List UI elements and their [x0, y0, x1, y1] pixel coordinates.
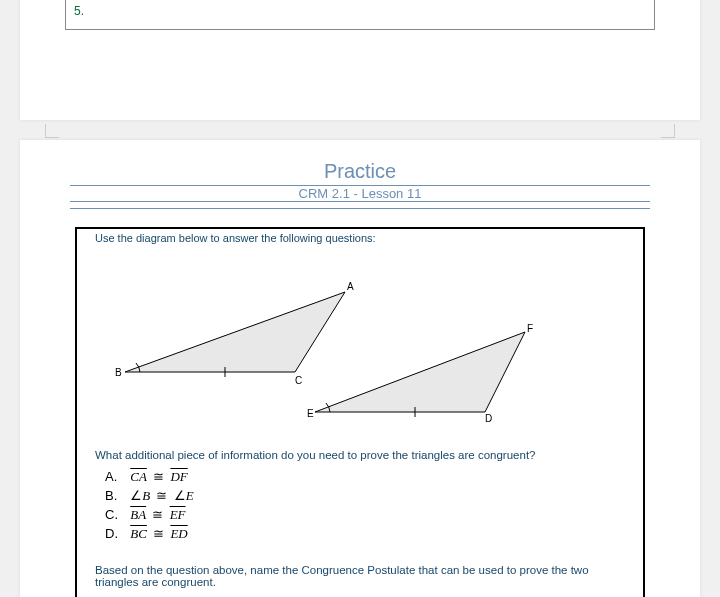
practice-heading: Practice: [20, 160, 700, 185]
page-corner-br: [661, 124, 675, 138]
choice-d-rhs: ED: [170, 526, 187, 541]
choice-c-letter: C.: [105, 507, 127, 522]
svg-marker-2: [315, 332, 525, 412]
angle-icon: [130, 488, 142, 503]
vertex-a-label: A: [347, 281, 354, 292]
congruent-icon: ≅: [150, 469, 167, 484]
vertex-b-label: B: [115, 367, 122, 378]
svg-marker-0: [125, 292, 345, 372]
choice-b[interactable]: B. B ≅ E: [105, 488, 625, 504]
choice-c-lhs: BA: [130, 507, 146, 522]
divider: [70, 208, 650, 209]
question-1-text: What additional piece of information do …: [95, 449, 625, 461]
worksheet-box: Use the diagram below to answer the foll…: [75, 227, 645, 597]
choice-d-lhs: BC: [130, 526, 147, 541]
choice-c-rhs: EF: [170, 507, 186, 522]
vertex-c-label: C: [295, 375, 302, 386]
choice-b-rhs: E: [186, 488, 194, 503]
choice-a-letter: A.: [105, 469, 127, 484]
choice-a-rhs: DF: [170, 469, 187, 484]
choice-d[interactable]: D. BC ≅ ED: [105, 526, 625, 542]
previous-item-number: 5.: [74, 4, 84, 18]
choice-a[interactable]: A. CA ≅ DF: [105, 469, 625, 485]
angle-icon: [174, 488, 186, 503]
congruent-icon: ≅: [150, 526, 167, 541]
choice-b-lhs: B: [142, 488, 150, 503]
answer-choices: A. CA ≅ DF B. B ≅ E C. BA ≅: [105, 469, 625, 542]
vertex-d-label: D: [485, 413, 492, 422]
page-corner-bl: [45, 124, 59, 138]
page-gap: [0, 120, 720, 140]
worksheet-instruction: Use the diagram below to answer the foll…: [95, 232, 625, 244]
lesson-subheading: CRM 2.1 - Lesson 11: [70, 185, 650, 202]
choice-c[interactable]: C. BA ≅ EF: [105, 507, 625, 523]
congruent-icon: ≅: [153, 488, 170, 503]
question-2-text: Based on the question above, name the Co…: [95, 564, 625, 588]
choice-b-letter: B.: [105, 488, 127, 503]
congruent-icon: ≅: [149, 507, 166, 522]
vertex-f-label: F: [527, 323, 533, 334]
previous-question-box: 5.: [65, 0, 655, 30]
triangles-diagram: A B C F E D: [95, 262, 625, 425]
choice-a-lhs: CA: [130, 469, 147, 484]
choice-d-letter: D.: [105, 526, 127, 541]
vertex-e-label: E: [307, 408, 314, 419]
